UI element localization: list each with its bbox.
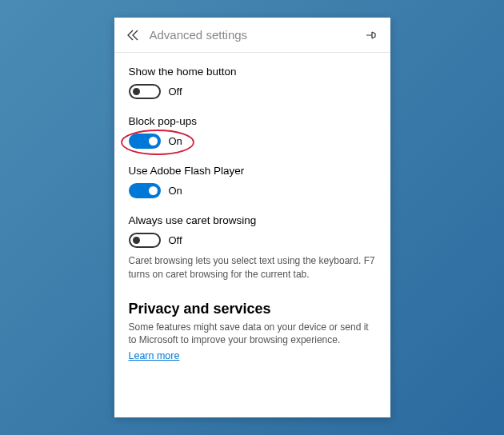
learn-more-link[interactable]: Learn more [129, 350, 180, 361]
setting-label: Show the home button [129, 66, 376, 78]
toggle-row: On [129, 183, 376, 198]
toggle-row: Off [129, 233, 376, 248]
block-popups-toggle[interactable] [129, 134, 161, 149]
panel-header: Advanced settings [114, 18, 390, 53]
settings-panel: Advanced settings Show the home button O… [114, 18, 390, 417]
setting-flash: Use Adobe Flash Player On [129, 165, 376, 198]
setting-home-button: Show the home button Off [129, 66, 376, 99]
setting-caret: Always use caret browsing Off Caret brow… [129, 214, 376, 281]
chevrons-left-icon [127, 30, 140, 41]
setting-description: Caret browsing lets you select text usin… [129, 254, 376, 281]
toggle-state-label: Off [169, 234, 182, 246]
toggle-row: On [129, 134, 376, 149]
toggle-knob [133, 237, 140, 244]
panel-title: Advanced settings [150, 28, 363, 42]
setting-label: Use Adobe Flash Player [129, 165, 376, 177]
pin-button[interactable] [363, 27, 379, 43]
back-button[interactable] [126, 27, 142, 43]
panel-content: Show the home button Off Block pop-ups O… [114, 53, 390, 375]
toggle-knob [149, 137, 158, 146]
toggle-knob [133, 88, 140, 95]
setting-block-popups: Block pop-ups On [129, 115, 376, 149]
privacy-section: Privacy and services Some features might… [129, 301, 376, 363]
section-description: Some features might save data on your de… [129, 321, 376, 348]
toggle-state-label: On [169, 135, 182, 147]
setting-label: Always use caret browsing [129, 214, 376, 226]
toggle-row: Off [129, 84, 376, 99]
home-button-toggle[interactable] [129, 84, 161, 99]
pin-icon [365, 30, 378, 41]
toggle-knob [149, 186, 158, 195]
section-heading: Privacy and services [129, 301, 376, 317]
flash-toggle[interactable] [129, 183, 161, 198]
setting-label: Block pop-ups [129, 115, 376, 127]
caret-toggle[interactable] [129, 233, 161, 248]
toggle-state-label: On [169, 185, 182, 197]
toggle-state-label: Off [169, 86, 182, 98]
